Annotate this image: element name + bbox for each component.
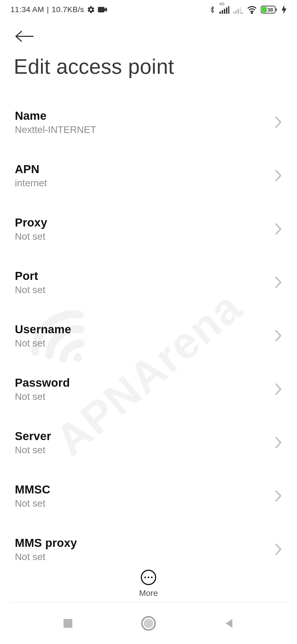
chevron-right-icon — [274, 223, 282, 235]
setting-label: Password — [15, 376, 70, 389]
chevron-right-icon — [274, 543, 282, 556]
svg-rect-6 — [233, 12, 235, 14]
svg-rect-0 — [98, 7, 105, 12]
setting-value: Not set — [15, 231, 47, 242]
svg-rect-2 — [222, 10, 223, 14]
gear-icon — [87, 6, 95, 14]
more-icon — [140, 569, 157, 586]
setting-label: MMS proxy — [15, 536, 77, 550]
setting-label: Username — [15, 323, 71, 336]
chevron-right-icon — [274, 116, 282, 129]
svg-point-10 — [251, 12, 253, 14]
setting-value: internet — [15, 178, 47, 189]
bottom-action-bar: More — [0, 569, 297, 598]
network-label: 4G — [219, 2, 225, 6]
chevron-right-icon — [274, 436, 282, 449]
chevron-right-icon — [274, 490, 282, 502]
android-nav-bar — [0, 603, 297, 644]
bluetooth-icon — [209, 5, 216, 14]
status-time: 11:34 AM — [10, 5, 44, 14]
arrow-left-icon — [14, 30, 35, 43]
wifi-icon — [247, 6, 257, 14]
chevron-right-icon — [274, 169, 282, 182]
setting-value: Not set — [15, 551, 77, 562]
setting-mms-proxy[interactable]: MMS proxy Not set — [15, 528, 282, 571]
signal-4g-icon: 4G — [219, 6, 229, 14]
setting-label: APN — [15, 163, 47, 176]
setting-value: Not set — [15, 444, 51, 455]
status-bar: 11:34 AM | 10.7KB/s 4G 38 — [0, 0, 297, 19]
nav-back-button[interactable] — [215, 610, 243, 637]
svg-point-19 — [151, 577, 153, 578]
battery-icon: 38 — [261, 5, 278, 14]
status-left: 11:34 AM | 10.7KB/s — [10, 5, 107, 14]
page-title: Edit access point — [14, 54, 283, 78]
setting-label: Proxy — [15, 216, 47, 229]
setting-label: Server — [15, 430, 51, 443]
svg-rect-1 — [219, 12, 221, 14]
svg-rect-4 — [226, 7, 227, 14]
setting-name[interactable]: Name Nexttel-INTERNET — [15, 100, 282, 144]
setting-value: Not set — [15, 284, 45, 295]
setting-value: Nexttel-INTERNET — [15, 124, 96, 135]
back-button[interactable] — [14, 24, 38, 48]
svg-rect-7 — [235, 10, 237, 14]
status-net-speed: 10.7KB/s — [52, 5, 84, 14]
battery-percent: 38 — [267, 7, 273, 13]
triangle-left-icon — [223, 617, 235, 629]
setting-password[interactable]: Password Not set — [15, 367, 282, 411]
setting-label: MMSC — [15, 483, 50, 496]
setting-port[interactable]: Port Not set — [15, 261, 282, 304]
chevron-right-icon — [274, 383, 282, 395]
setting-mmsc[interactable]: MMSC Not set — [15, 474, 282, 518]
status-separator: | — [47, 5, 49, 14]
camera-icon — [98, 6, 107, 13]
setting-label: Port — [15, 269, 45, 283]
status-right: 4G 38 — [209, 5, 287, 14]
setting-username[interactable]: Username Not set — [15, 314, 282, 358]
charging-icon — [282, 5, 287, 14]
setting-label: Name — [15, 109, 96, 122]
svg-rect-3 — [224, 9, 225, 14]
chevron-right-icon — [274, 276, 282, 289]
setting-apn[interactable]: APN internet — [15, 154, 282, 197]
setting-server[interactable]: Server Not set — [15, 421, 282, 464]
svg-rect-13 — [276, 8, 277, 11]
svg-rect-8 — [238, 9, 239, 14]
more-button[interactable]: More — [139, 569, 158, 598]
settings-list: Name Nexttel-INTERNET APN internet Proxy… — [0, 100, 297, 571]
svg-point-17 — [144, 577, 146, 578]
setting-proxy[interactable]: Proxy Not set — [15, 207, 282, 251]
svg-point-22 — [144, 619, 153, 628]
circle-icon — [141, 616, 156, 631]
nav-recent-button[interactable] — [54, 610, 82, 637]
svg-rect-12 — [262, 7, 267, 12]
nav-home-button[interactable] — [135, 610, 162, 637]
chevron-right-icon — [274, 329, 282, 342]
signal-no-sim-icon — [233, 6, 243, 14]
setting-value: Not set — [15, 498, 50, 509]
setting-value: Not set — [15, 391, 70, 402]
setting-value: Not set — [15, 338, 71, 349]
svg-rect-20 — [64, 619, 72, 628]
svg-point-18 — [148, 577, 149, 578]
more-label: More — [139, 588, 158, 598]
svg-rect-5 — [228, 6, 229, 14]
square-icon — [62, 618, 73, 629]
